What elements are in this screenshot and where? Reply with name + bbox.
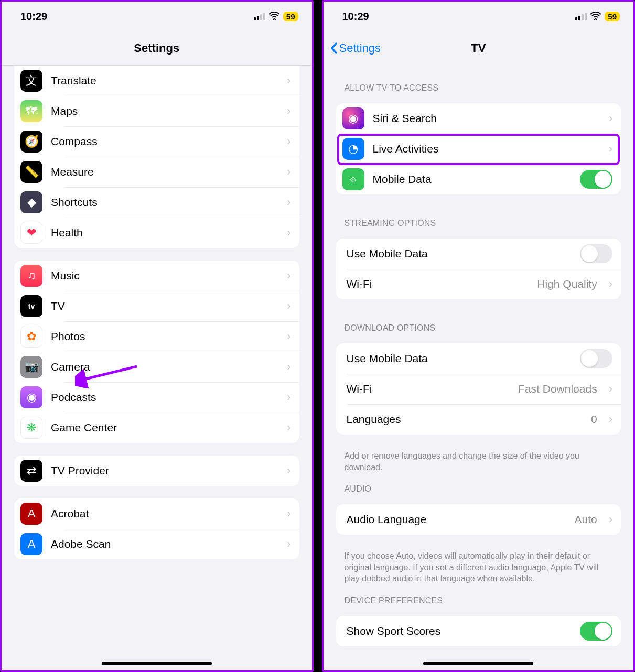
row-adobe-scan[interactable]: AAdobe Scan› bbox=[14, 529, 299, 559]
chevron-right-icon: › bbox=[609, 513, 612, 526]
row-label: Use Mobile Data bbox=[347, 352, 572, 365]
row-tv-provider[interactable]: ⇄TV Provider› bbox=[14, 456, 299, 486]
row-value: High Quality bbox=[537, 278, 597, 290]
download-mobile-toggle[interactable] bbox=[580, 349, 612, 368]
tv-settings-screen: 10:29 59 Settings TV ALLOW TV TO ACCESS … bbox=[322, 0, 636, 672]
row-translate[interactable]: 文Translate› bbox=[14, 66, 299, 96]
row-label: Shortcuts bbox=[51, 196, 278, 209]
row-label: Wi-Fi bbox=[347, 383, 510, 395]
row-label: Wi-Fi bbox=[347, 278, 529, 290]
row-label: Compass bbox=[51, 135, 278, 148]
row-health[interactable]: ❤Health› bbox=[14, 218, 299, 248]
row-maps[interactable]: 🗺Maps› bbox=[14, 96, 299, 126]
row-siri-search[interactable]: ◉ Siri & Search › bbox=[336, 103, 621, 134]
chevron-right-icon: › bbox=[287, 464, 290, 478]
row-audio-language[interactable]: Audio Language Auto › bbox=[336, 504, 621, 535]
chevron-right-icon: › bbox=[609, 382, 612, 396]
row-label: Show Sport Scores bbox=[347, 625, 572, 637]
adobe-scan-icon: A bbox=[20, 533, 42, 555]
row-game-center[interactable]: ❋Game Center› bbox=[14, 413, 299, 443]
chevron-back-icon bbox=[330, 42, 338, 55]
wifi-icon bbox=[268, 10, 280, 23]
status-time: 10:29 bbox=[342, 10, 369, 23]
chevron-right-icon: › bbox=[287, 299, 290, 313]
group-device: Show Sport Scores bbox=[336, 616, 621, 646]
chevron-right-icon: › bbox=[609, 142, 612, 156]
chevron-right-icon: › bbox=[609, 277, 612, 291]
row-music[interactable]: ♫Music› bbox=[14, 261, 299, 291]
shortcuts-icon: ◆ bbox=[20, 191, 42, 213]
row-photos[interactable]: ✿Photos› bbox=[14, 321, 299, 352]
row-label: Podcasts bbox=[51, 391, 278, 404]
row-stream-mobile[interactable]: Use Mobile Data bbox=[336, 239, 621, 269]
cellular-icon bbox=[575, 13, 587, 20]
settings-group-media: ♫Music›tvTV›✿Photos›📷Camera›◉Podcasts›❋G… bbox=[14, 261, 299, 443]
chevron-right-icon: › bbox=[287, 421, 290, 435]
row-live-activities[interactable]: ◔ Live Activities › bbox=[336, 134, 621, 164]
row-tv[interactable]: tvTV› bbox=[14, 291, 299, 321]
settings-group-thirdparty: AAcrobat›AAdobe Scan› bbox=[14, 498, 299, 559]
row-label: Music bbox=[51, 269, 278, 282]
chevron-right-icon: › bbox=[287, 269, 290, 283]
page-title: Settings bbox=[134, 41, 179, 55]
row-value: 0 bbox=[591, 413, 597, 426]
compass-icon: 🧭 bbox=[20, 131, 42, 153]
row-label: TV Provider bbox=[51, 464, 278, 477]
row-languages[interactable]: Languages 0 › bbox=[336, 404, 621, 435]
row-label: Adobe Scan bbox=[51, 538, 278, 550]
chevron-right-icon: › bbox=[287, 391, 290, 404]
tv-provider-icon: ⇄ bbox=[20, 460, 42, 482]
tv-settings-list[interactable]: ALLOW TV TO ACCESS ◉ Siri & Search › ◔ L… bbox=[324, 66, 634, 670]
chevron-right-icon: › bbox=[609, 413, 612, 426]
row-label: Translate bbox=[51, 74, 278, 87]
row-podcasts[interactable]: ◉Podcasts› bbox=[14, 382, 299, 413]
group-allow: ◉ Siri & Search › ◔ Live Activities › ⟐ … bbox=[336, 103, 621, 194]
chevron-right-icon: › bbox=[287, 537, 290, 551]
row-camera[interactable]: 📷Camera› bbox=[14, 352, 299, 382]
settings-list[interactable]: 文Translate›🗺Maps›🧭Compass›📏Measure›◆Shor… bbox=[2, 66, 312, 670]
row-download-mobile[interactable]: Use Mobile Data bbox=[336, 343, 621, 374]
chevron-right-icon: › bbox=[287, 196, 290, 209]
section-header-allow: ALLOW TV TO ACCESS bbox=[324, 66, 634, 97]
mobile-data-toggle[interactable] bbox=[580, 170, 612, 189]
live-activities-icon: ◔ bbox=[342, 138, 364, 160]
row-acrobat[interactable]: AAcrobat› bbox=[14, 498, 299, 529]
cellular-icon bbox=[254, 13, 265, 20]
row-label: Game Center bbox=[51, 421, 278, 434]
row-shortcuts[interactable]: ◆Shortcuts› bbox=[14, 187, 299, 218]
stream-mobile-toggle[interactable] bbox=[580, 244, 612, 263]
download-footer: Add or remove languages and change the s… bbox=[324, 447, 634, 473]
siri-icon: ◉ bbox=[342, 107, 364, 129]
row-label: Mobile Data bbox=[373, 173, 572, 186]
row-mobile-data[interactable]: ⟐ Mobile Data bbox=[336, 164, 621, 194]
chevron-right-icon: › bbox=[287, 330, 290, 343]
back-button[interactable]: Settings bbox=[330, 41, 381, 55]
game-center-icon: ❋ bbox=[20, 417, 42, 439]
audio-footer: If you choose Auto, videos will automati… bbox=[324, 547, 634, 584]
battery-badge: 59 bbox=[605, 12, 620, 21]
chevron-right-icon: › bbox=[287, 507, 290, 521]
wifi-icon bbox=[590, 10, 601, 23]
row-label: Use Mobile Data bbox=[347, 247, 572, 260]
nav-header: Settings TV bbox=[324, 31, 634, 66]
row-value: Fast Downloads bbox=[518, 383, 597, 395]
row-label: TV bbox=[51, 300, 278, 312]
battery-badge: 59 bbox=[283, 12, 298, 21]
row-compass[interactable]: 🧭Compass› bbox=[14, 126, 299, 157]
maps-icon: 🗺 bbox=[20, 100, 42, 122]
chevron-right-icon: › bbox=[287, 74, 290, 88]
row-label: Maps bbox=[51, 105, 278, 117]
row-measure[interactable]: 📏Measure› bbox=[14, 157, 299, 187]
settings-group-system: 文Translate›🗺Maps›🧭Compass›📏Measure›◆Shor… bbox=[14, 66, 299, 248]
row-sport-scores[interactable]: Show Sport Scores bbox=[336, 616, 621, 646]
chevron-right-icon: › bbox=[287, 226, 290, 240]
row-download-wifi[interactable]: Wi-Fi Fast Downloads › bbox=[336, 374, 621, 404]
status-bar: 10:29 59 bbox=[324, 2, 634, 31]
home-indicator bbox=[423, 662, 533, 665]
group-streaming: Use Mobile Data Wi-Fi High Quality › bbox=[336, 239, 621, 299]
chevron-right-icon: › bbox=[287, 165, 290, 179]
sport-scores-toggle[interactable] bbox=[580, 622, 612, 641]
health-icon: ❤ bbox=[20, 222, 42, 244]
row-stream-wifi[interactable]: Wi-Fi High Quality › bbox=[336, 269, 621, 299]
measure-icon: 📏 bbox=[20, 161, 42, 183]
